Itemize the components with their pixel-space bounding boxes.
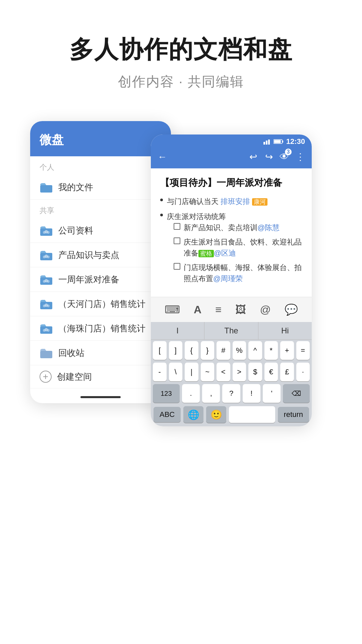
status-icons [263,139,284,145]
bullet-text-2: 庆生派对活动统筹 新产品知识、卖点培训@陈慧 庆生派对当日食品、饮料、欢迎礼品准… [167,211,302,287]
checkbox-1[interactable] [174,223,180,230]
svg-point-15 [43,305,46,307]
key-dollar[interactable]: $ [248,363,262,381]
key-caret[interactable]: ^ [248,341,262,360]
svg-rect-21 [40,351,52,358]
bullet-dot [160,214,163,216]
key-globe[interactable]: 🌐 [183,406,203,423]
redo-button[interactable]: ↪ [264,150,274,164]
key-gt[interactable]: > [233,363,246,381]
sidebar-item-anniversary[interactable]: 一周年派对准备 [30,267,171,292]
key-pound[interactable]: £ [280,363,294,381]
sidebar-item-myfiles[interactable]: 我的文件 [30,175,171,200]
key-minus[interactable]: - [153,363,167,381]
phones-container: 微盘 个人 我的文件 共享 公司资料 [30,121,332,426]
right-phone: 12:30 ← ↩ ↪ 👁 3 ⋮ 【项目待办】一周年派对准备 与门店确认当天 … [151,135,312,426]
svg-point-7 [43,256,46,258]
key-backslash[interactable]: \ [169,363,183,381]
at-format-btn[interactable]: @ [257,302,274,317]
checkbox-item-3: 门店现场横幅、海报、体验展台、拍照点布置@周瑾荣 [174,262,302,284]
sidebar-item-label: 我的文件 [58,181,93,193]
keyboard-format-btn[interactable]: ⌨ [161,302,183,317]
image-format-btn[interactable]: 🖼 [232,302,249,317]
share-format-btn[interactable]: 💬 [281,302,301,317]
hero-title: 多人协作的文档和盘 [69,34,293,66]
key-euro[interactable]: € [264,363,278,381]
key-pipe[interactable]: | [185,363,198,381]
keyboard-row-1: [ ] { } # % ^ * + = [151,340,312,361]
key-abc[interactable]: ABC [154,407,181,422]
sidebar-item-trash[interactable]: 回收站 [30,341,171,365]
key-lcurly[interactable]: { [185,341,198,360]
list-format-btn[interactable]: ≡ [212,302,225,317]
user-badge-mige: 蜜格 [198,250,214,257]
svg-point-20 [47,329,50,332]
sidebar-item-products[interactable]: 产品知识与卖点 [30,243,171,267]
key-tilde[interactable]: ~ [201,363,215,381]
key-middot[interactable]: · [296,363,310,381]
at-chenhui: @陈慧 [257,223,280,232]
key-emoji[interactable]: 🙂 [206,406,226,423]
sidebar-item-label: 一周年派对准备 [58,274,119,285]
more-button[interactable]: ⋮ [294,150,306,164]
svg-rect-23 [266,141,267,145]
key-percent[interactable]: % [233,341,246,360]
doc-bullet-1: 与门店确认当天 排班安排 康河 [160,196,302,207]
checkbox-item-2: 庆生派对当日食品、饮料、欢迎礼品准备蜜格@区迪 [174,236,302,259]
svg-rect-0 [40,185,52,193]
checkbox-2[interactable] [174,237,180,244]
sidebar-item-create[interactable]: + 创建空间 [30,365,171,388]
hero-subtitle: 创作内容 · 共同编辑 [69,72,293,91]
key-apostrophe[interactable]: ' [263,384,281,403]
key-lbracket[interactable]: [ [153,341,167,360]
text-format-btn[interactable]: A [190,302,205,317]
suggestion-hi[interactable]: Hi [258,322,312,339]
folder-shared-icon-4 [40,297,53,311]
svg-point-8 [47,256,50,258]
key-delete[interactable]: ⌫ [283,384,310,403]
left-phone-header: 微盘 [30,121,171,156]
svg-rect-26 [274,140,281,143]
sidebar-item-label: （海珠门店）销售统计 [58,323,145,334]
doc-toolbar: ← ↩ ↪ 👁 3 ⋮ [151,147,312,168]
doc-bullet-2: 庆生派对活动统筹 新产品知识、卖点培训@陈慧 庆生派对当日食品、饮料、欢迎礼品准… [160,211,302,287]
key-asterisk[interactable]: * [264,341,278,360]
sidebar-item-company[interactable]: 公司资料 [30,218,171,243]
key-hash[interactable]: # [217,341,230,360]
key-lt[interactable]: < [217,363,230,381]
keyboard-row-2: - \ | ~ < > $ € £ · [151,361,312,383]
key-rbracket[interactable]: ] [169,341,183,360]
sidebar-item-haizhu[interactable]: （海珠门店）销售统计 [30,316,171,341]
hero-section: 多人协作的文档和盘 创作内容 · 共同编辑 [69,34,293,91]
plus-icon: + [40,371,52,383]
format-toolbar: ⌨ A ≡ 🖼 @ 💬 [151,297,312,322]
bullet-text-1: 与门店确认当天 排班安排 康河 [167,196,267,207]
svg-point-4 [47,231,50,234]
folder-shared-icon-1 [40,224,53,237]
key-question[interactable]: ? [222,384,240,403]
keyboard-suggestions: I The Hi [151,322,312,340]
key-period[interactable]: . [182,384,200,403]
home-bar [80,396,121,398]
at-zhoujinrong: @周瑾荣 [213,274,243,283]
sidebar-item-tianhe[interactable]: （天河门店）销售统计 [30,292,171,316]
key-return[interactable]: return [278,407,309,422]
undo-button[interactable]: ↩ [248,150,258,164]
back-button[interactable]: ← [156,150,168,164]
key-exclaim[interactable]: ! [243,384,260,403]
key-space[interactable] [229,406,275,423]
svg-point-19 [43,329,46,332]
viewers-button[interactable]: 👁 3 [280,151,289,162]
key-comma[interactable]: , [202,384,220,403]
suggestion-the[interactable]: The [204,322,258,339]
key-123[interactable]: 123 [153,384,180,403]
svg-point-16 [47,305,50,307]
checkbox-3[interactable] [174,263,180,270]
key-plus[interactable]: + [280,341,294,360]
suggestion-i[interactable]: I [151,322,204,339]
sidebar-item-label: （天河门店）销售统计 [58,298,145,310]
svg-rect-27 [282,141,283,143]
key-equals[interactable]: = [296,341,310,360]
keyboard-row-3: 123 . , ? ! ' ⌫ [151,383,312,404]
key-rcurly[interactable]: } [201,341,215,360]
